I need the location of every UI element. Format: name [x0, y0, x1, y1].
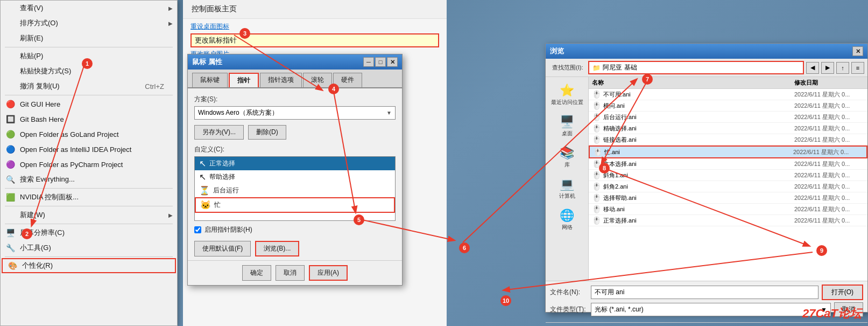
sidebar-computer[interactable]: 💻 计算机: [548, 175, 587, 202]
file-row[interactable]: 🖱️横问.ani 2022/6/11 星期六 0...: [589, 100, 867, 112]
close-button[interactable]: ✕: [387, 57, 398, 67]
file-row[interactable]: 🖱️文本选择.ani 2022/6/11 星期六 0...: [589, 158, 867, 170]
browse-button[interactable]: 浏览(B)...: [255, 241, 299, 256]
link-change-cursor[interactable]: 更改鼠标指针: [190, 33, 439, 47]
cursor-item-help[interactable]: ↖ 帮助选择: [195, 170, 395, 184]
file-date: 2022/6/11 星期六 0...: [794, 217, 864, 225]
titlebar-controls: ─ □ ✕: [363, 57, 398, 67]
sidebar-network[interactable]: 🌐 网络: [548, 206, 587, 233]
file-row[interactable]: 🖱️不可用.ani 2022/6/11 星期六 0...: [589, 89, 867, 100]
dialog-tabs: 鼠标键 指针 指针选项 滚轮 硬件: [188, 70, 402, 88]
confirm-button[interactable]: 确定: [242, 265, 271, 281]
file-row[interactable]: 🖱️精确选择.ani 2022/6/11 星期六 0...: [589, 123, 867, 134]
browser-close-button[interactable]: ✕: [852, 46, 863, 56]
file-date: 2022/6/11 星期六 0...: [794, 171, 864, 179]
desktop-label: 桌面: [562, 130, 573, 137]
file-row[interactable]: 🖱️链接选着.ani 2022/6/11 星期六 0...: [589, 134, 867, 145]
menu-item-label: 新建(W): [20, 210, 45, 220]
menu-item-label: NVIDIA 控制面板...: [20, 192, 79, 202]
tab-mouse-keys[interactable]: 鼠标键: [192, 73, 228, 87]
sidebar-recent[interactable]: ⭐ 最近访问位置: [548, 81, 587, 108]
menu-item-label: 撤消 复制(U): [20, 81, 60, 91]
file-icon: 🖱️: [592, 182, 601, 191]
menu-item-undo[interactable]: 撤消 复制(U) Ctrl+Z: [1, 79, 177, 94]
link-reset-icons[interactable]: 重设桌面图标: [190, 22, 439, 31]
menu-separator: [5, 188, 173, 189]
maximize-button[interactable]: □: [375, 57, 386, 67]
use-default-button[interactable]: 使用默认值(F): [194, 241, 251, 256]
cursor-item-busy[interactable]: 🐱 忙: [195, 197, 395, 213]
col-date: 修改日期: [794, 79, 864, 87]
nav-up-btn[interactable]: ↑: [836, 62, 849, 74]
shadow-checkbox[interactable]: [194, 226, 201, 233]
nav-back-btn[interactable]: ◀: [806, 62, 819, 74]
menu-separator: [5, 206, 173, 206]
file-row-busy[interactable]: 🖱️忙.ani 2022/6/11 星期六 0...: [589, 145, 867, 158]
menu-item-label: 小工具(G): [20, 243, 51, 253]
file-row[interactable]: 🖱️斜角2.ani 2022/6/11 星期六 0...: [589, 181, 867, 192]
menu-item-label: 查看(V): [20, 3, 43, 13]
menu-item-view[interactable]: 查看(V): [1, 1, 177, 16]
file-date: 2022/6/11 星期六 0...: [794, 194, 864, 202]
nav-view-btn[interactable]: ≡: [851, 62, 864, 74]
cursor-icon: 🐱: [200, 200, 211, 210]
file-name-text: 正常选择.ani: [603, 217, 637, 225]
menu-item-git-gui[interactable]: 🔴 Git GUI Here: [1, 96, 177, 112]
menu-item-nvidia[interactable]: 🟩 NVIDIA 控制面板...: [1, 190, 177, 205]
file-row[interactable]: 🖱️后台运行.ani 2022/6/11 星期六 0...: [589, 112, 867, 123]
menu-item-goland[interactable]: 🟢 Open Folder as GoLand Project: [1, 127, 177, 142]
apply-button[interactable]: 应用(A): [309, 265, 348, 281]
tab-pointer[interactable]: 指针: [229, 73, 259, 87]
file-date: 2022/6/11 星期六 0...: [794, 136, 864, 144]
sidebar-library[interactable]: 📚 库: [548, 144, 587, 171]
preview-area: 预览: 🐱: [546, 322, 867, 326]
browser-dialog: 浏览 ✕ 查找范围(I): 📁 阿尼亚 基础 ◀ ▶ ↑ ≡ ⭐ 最近访问位置 …: [545, 43, 868, 313]
file-name-text: 移动.ani: [603, 205, 625, 213]
sidebar-desktop[interactable]: 🖥️ 桌面: [548, 113, 587, 140]
menu-item-sort[interactable]: 排序方式(O): [1, 16, 177, 31]
file-row[interactable]: 🖱️斜角1.ani 2022/6/11 星期六 0...: [589, 170, 867, 181]
desktop-icon: 🖥️: [560, 115, 574, 129]
menu-item-idea[interactable]: 🔵 Open Folder as IntelliJ IDEA Project: [1, 142, 177, 157]
tab-wheel[interactable]: 滚轮: [303, 73, 332, 87]
file-row[interactable]: 🖱️正常选择.ani 2022/6/11 星期六 0...: [589, 215, 867, 226]
network-label: 网络: [562, 224, 573, 231]
gadget-icon: 🔧: [5, 242, 16, 253]
open-button[interactable]: 打开(O): [822, 285, 863, 300]
context-menu: 查看(V) 排序方式(O) 刷新(E) 粘贴(P) 粘贴快捷方式(S) 撤消 复…: [0, 0, 178, 326]
select-arrow-icon: ▼: [386, 110, 392, 116]
menu-item-personalize[interactable]: 🎨 个性化(R): [2, 258, 176, 273]
control-panel-nav[interactable]: 控制面板主页: [192, 4, 237, 14]
cursor-item-background[interactable]: ⏳ 后台运行: [195, 184, 395, 197]
idea-icon: 🔵: [5, 144, 16, 155]
library-icon: 📚: [560, 146, 574, 160]
browser-location-bar[interactable]: 📁 阿尼亚 基础: [588, 61, 804, 74]
tab-pointer-options[interactable]: 指针选项: [260, 73, 302, 87]
save-as-button[interactable]: 另存为(V)...: [194, 125, 244, 140]
nvidia-icon: 🟩: [5, 192, 16, 203]
minimize-button[interactable]: ─: [363, 57, 374, 67]
menu-item-pycharm[interactable]: 🟣 Open Folder as PyCharm Project: [1, 157, 177, 172]
menu-item-refresh[interactable]: 刷新(E): [1, 31, 177, 46]
shadow-checkbox-row: 启用指针阴影(H): [194, 225, 252, 234]
file-row[interactable]: 🖱️移动.ani 2022/6/11 星期六 0...: [589, 204, 867, 215]
menu-item-git-bash[interactable]: 🔲 Git Bash Here: [1, 112, 177, 127]
file-icon: 🖱️: [592, 90, 601, 99]
menu-item-label: Open Folder as GoLand Project: [20, 130, 119, 138]
menu-item-gadgets[interactable]: 🔧 小工具(G): [1, 240, 177, 255]
file-icon: 🖱️: [592, 124, 601, 133]
delete-button[interactable]: 删除(D): [248, 125, 286, 140]
library-label: 库: [564, 161, 570, 169]
annotation-7: 7: [642, 74, 653, 85]
nav-forward-btn[interactable]: ▶: [821, 62, 834, 74]
cancel-button[interactable]: 取消: [276, 265, 305, 281]
cursor-item-normal[interactable]: ↖ 正常选择: [195, 157, 395, 170]
scheme-select[interactable]: Windows Aero（系统方案） ▼: [194, 106, 396, 120]
file-row[interactable]: 🖱️选择帮助.ani 2022/6/11 星期六 0...: [589, 192, 867, 204]
menu-item-new[interactable]: 新建(W): [1, 207, 177, 223]
file-icon: 🖱️: [592, 135, 601, 144]
filename-input[interactable]: 不可用 ani: [591, 286, 818, 299]
menu-item-everything[interactable]: 🔍 搜索 Everything...: [1, 172, 177, 187]
filetype-select[interactable]: 光标 (*.ani, *.cur) ▼: [591, 303, 831, 316]
file-date: 2022/6/11 星期六 0...: [793, 148, 863, 156]
